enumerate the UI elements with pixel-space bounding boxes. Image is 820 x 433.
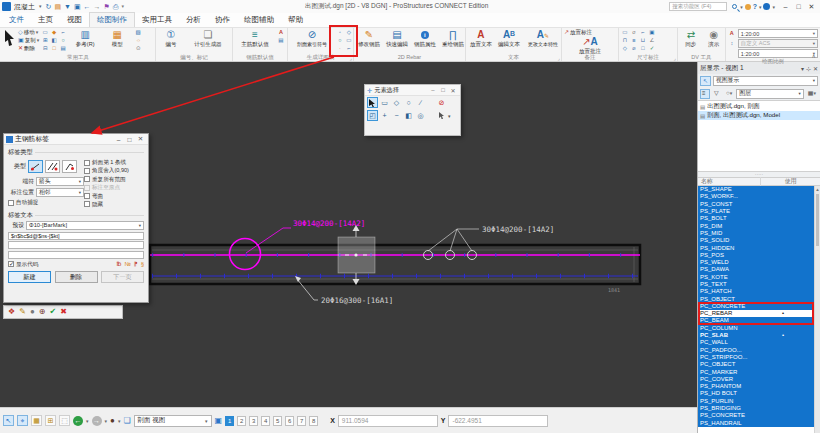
- level-list-mode-icon[interactable]: ≡: [700, 89, 710, 99]
- main-rebar-defaults-button[interactable]: ≡主筋默认值: [235, 29, 275, 47]
- view-toggle[interactable]: 6: [285, 416, 294, 426]
- view-toggle[interactable]: 2: [237, 416, 246, 426]
- view-selector-dropdown[interactable]: 剖面 视图▾: [134, 415, 212, 427]
- save-settings-icon[interactable]: ▣: [74, 2, 81, 11]
- minimize-button[interactable]: –: [779, 3, 792, 10]
- ribbon-search-input[interactable]: 搜索功能区 (F4): [669, 2, 727, 11]
- level-row[interactable]: PS_WELD: [698, 259, 820, 266]
- format-code-icon-2[interactable]: №: [124, 260, 130, 268]
- numbering-button[interactable]: ①编号: [158, 29, 184, 47]
- modify-tools-grid[interactable]: ▭◆⌐ ⊞◧○ ⊟□▤: [41, 29, 68, 53]
- rebar-range-circle[interactable]: [230, 239, 261, 270]
- level-row[interactable]: PC_SLAB •: [698, 332, 820, 339]
- scrollbar-thumb[interactable]: [816, 194, 819, 246]
- level-row[interactable]: PS_CONST: [698, 201, 820, 208]
- view-toggle[interactable]: 8: [309, 416, 318, 426]
- sync-view-button[interactable]: ⇄同步: [680, 29, 702, 47]
- detail-line-tools-grid[interactable]: ◦◇ ○▭ ·⌐: [336, 29, 354, 53]
- account-avatar[interactable]: [763, 3, 770, 10]
- tree-item[interactable]: ▤ 出图测试.dgn, 剖面: [698, 102, 820, 111]
- ribbon-tab[interactable]: 实用工具: [135, 13, 179, 27]
- acs-select[interactable]: 自定义 ACS▾: [738, 39, 818, 48]
- open-folder-icon[interactable]: ▤: [54, 2, 61, 11]
- label-format-input[interactable]: $n$bc$d@$ns-[$kt]: [8, 232, 144, 240]
- level-row[interactable]: PS_BOLT: [698, 215, 820, 222]
- view-toggle[interactable]: 3: [249, 416, 258, 426]
- level-row[interactable]: PS_DIM: [698, 222, 820, 229]
- saved-view-icon[interactable]: ❏: [123, 416, 130, 425]
- account-caret-icon[interactable]: ▾: [772, 4, 775, 10]
- clear-selection-icon[interactable]: ⊘: [436, 97, 447, 108]
- x-coordinate-input[interactable]: 911.0594: [338, 415, 438, 427]
- label-type-range-button[interactable]: [45, 160, 60, 173]
- dimension-tools-grid[interactable]: ▭σ⌐▣ ⊓≡⊔∠ ◇⌀□✓: [621, 29, 657, 53]
- panel-close-icon[interactable]: ✕: [813, 65, 818, 72]
- dialog-minimize-icon[interactable]: –: [113, 136, 124, 143]
- autosnap-checkbox[interactable]: 自动捕捉: [8, 199, 84, 206]
- acs-lock-icon[interactable]: ⬚: [59, 415, 70, 426]
- ribbon-tab[interactable]: 绘图制作: [89, 12, 135, 27]
- selection-mode-icon[interactable]: [436, 110, 447, 121]
- ribbon-tab[interactable]: 绘图辅助: [237, 13, 281, 27]
- scroll-up-icon[interactable]: ▲: [815, 186, 820, 193]
- option-checkbox[interactable]: 标注至原点: [84, 184, 144, 191]
- place-label-button[interactable]: ↗放置标注: [564, 29, 592, 36]
- element-selection-title-bar[interactable]: ✛ 元素选择 – □ ✕: [365, 85, 460, 96]
- accept-icon[interactable]: ✔: [49, 306, 56, 318]
- format-code-icon-1[interactable]: ℔: [116, 260, 121, 268]
- flag-icon[interactable]: ⚑: [104, 2, 110, 11]
- element-selection-minimize-icon[interactable]: –: [428, 87, 438, 93]
- preset-select[interactable]: Φ10-[BarMark]▾: [26, 221, 144, 230]
- forward-caret-icon[interactable]: ▾: [105, 418, 108, 424]
- annotation-lock-icon[interactable]: ⊞: [45, 415, 56, 426]
- move-button[interactable]: ◇移动▾: [18, 29, 39, 36]
- copy-button[interactable]: ▣复制▾: [18, 37, 39, 44]
- select-all-icon[interactable]: ◎: [415, 110, 426, 121]
- modify-rebar-button[interactable]: ✎修改钢筋: [356, 29, 382, 47]
- annotation-scale-select[interactable]: 1:20:00▾: [738, 49, 818, 58]
- level-row[interactable]: PS_DAWA: [698, 266, 820, 273]
- option-checkbox[interactable]: 重复所有范围: [84, 176, 144, 183]
- ribbon-tab[interactable]: 主页: [31, 13, 60, 27]
- level-row[interactable]: PS_SOLID: [698, 237, 820, 244]
- filter-icon[interactable]: ▽: [712, 89, 722, 99]
- tool-icon-3[interactable]: ●: [30, 306, 35, 318]
- level-list-scrollbar[interactable]: ▲: [814, 186, 820, 433]
- save-icon[interactable]: ▼: [64, 2, 71, 11]
- ribbon-tab[interactable]: 帮助: [281, 13, 310, 27]
- select-tool-icon[interactable]: [3, 29, 16, 47]
- level-row[interactable]: PS_SHAPE: [698, 186, 820, 193]
- drawing-scale-select[interactable]: 1:20:00▾: [738, 29, 818, 38]
- level-row[interactable]: PS_BRIDGING: [698, 405, 820, 412]
- display-style-icon[interactable]: ●: [110, 416, 115, 425]
- undo-icon[interactable]: ←: [84, 2, 91, 11]
- view-toggle[interactable]: 5: [273, 416, 282, 426]
- rebar-defaults-stack[interactable]: A▤: [277, 29, 285, 44]
- level-row[interactable]: PC_MARKER: [698, 368, 820, 375]
- level-row[interactable]: PS_PURLIN: [698, 398, 820, 405]
- reject-icon[interactable]: ✖: [60, 306, 67, 318]
- option-checkbox[interactable]: 斜面第 1 条线: [84, 159, 144, 166]
- ribbon-collapse-icon[interactable]: ∧: [812, 52, 816, 59]
- dimension-launcher-icon[interactable]: ⌟: [674, 55, 676, 61]
- select-individual-icon[interactable]: [367, 97, 378, 108]
- new-button[interactable]: 新建: [8, 271, 51, 283]
- select-block-icon[interactable]: ▭: [379, 97, 390, 108]
- beam-outline[interactable]: [150, 245, 640, 284]
- models-button[interactable]: ▦模型: [102, 29, 132, 47]
- workflow-caret-icon[interactable]: ▾: [39, 2, 42, 11]
- level-row[interactable]: PC_COVER: [698, 376, 820, 383]
- select-shape-icon[interactable]: ◇: [391, 97, 402, 108]
- level-row[interactable]: PS_HIDDEN: [698, 244, 820, 251]
- tool-icon-2[interactable]: ✎: [19, 306, 26, 318]
- delete-button[interactable]: ✕删除: [18, 45, 39, 52]
- tool-icon-4[interactable]: ⊕: [39, 306, 46, 318]
- select-line-icon[interactable]: ∕: [415, 97, 426, 108]
- option-checkbox[interactable]: 隐藏: [84, 201, 144, 208]
- filter-preset-icon[interactable]: ○▾: [724, 89, 734, 99]
- view-display-icon[interactable]: ↖: [700, 76, 711, 86]
- back-button[interactable]: ←: [73, 416, 83, 426]
- sync-icon[interactable]: ↻: [46, 2, 52, 11]
- ribbon-tab[interactable]: 分析: [179, 13, 208, 27]
- redraw-rebar-button[interactable]: ∏重绘钢筋: [440, 29, 466, 47]
